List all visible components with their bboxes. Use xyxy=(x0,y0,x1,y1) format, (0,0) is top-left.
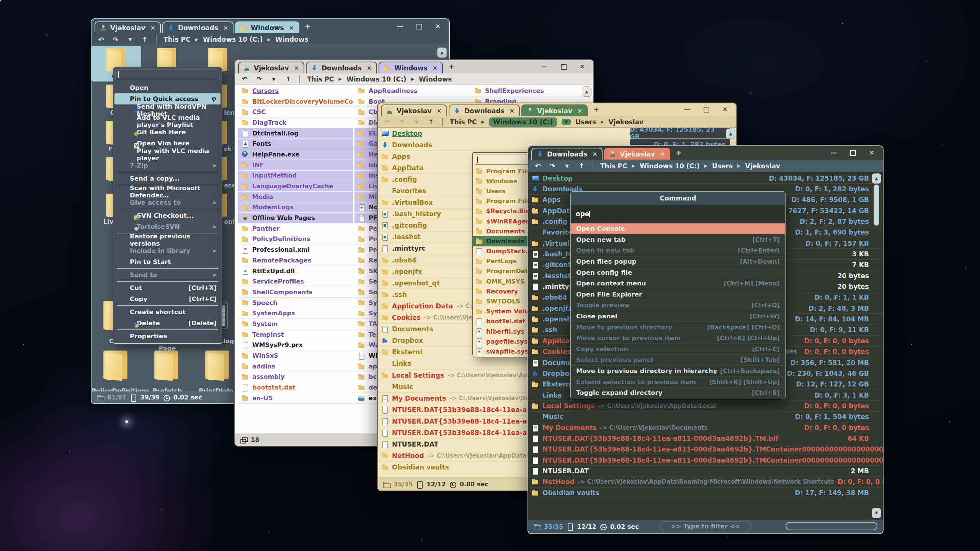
new-tab-button[interactable]: + xyxy=(305,22,311,31)
minimize-icon[interactable]: — xyxy=(541,63,548,70)
window4-tab-vjekoslav[interactable]: Vjekoslav× xyxy=(604,148,670,160)
file-row[interactable]: NTUSER.DAT2 MB xyxy=(528,466,883,476)
file-row[interactable]: WMSysPr9.prx xyxy=(238,340,353,351)
menu-item-open[interactable]: Open xyxy=(114,82,220,93)
menu-item-scan-with-microsoft-defender[interactable]: Scan with Microsoft Defender... xyxy=(114,186,220,197)
file-row[interactable]: LanguageOverlayCache xyxy=(238,181,353,192)
file-row[interactable]: NetHood-> C:\Users\Vjekoslav\AppData\Roa… xyxy=(528,477,883,487)
filter-input[interactable]: >> Type to filter << xyxy=(660,521,751,531)
history-dropdown-icon[interactable]: ▼ xyxy=(270,77,278,82)
file-row[interactable]: INF xyxy=(238,160,353,171)
file-row[interactable]: CSC xyxy=(238,107,353,117)
file-row[interactable]: Local Settings-> C:\Users\Vjekoslav\AppD… xyxy=(528,401,883,411)
maximize-icon[interactable] xyxy=(850,150,856,156)
window4-tab-downloads[interactable]: Downloads× xyxy=(531,148,603,160)
breadcrumb-item[interactable]: This PC xyxy=(307,75,334,83)
file-row[interactable]: DesktopD: 43034, F: 125185, 23 GB xyxy=(528,173,883,184)
file-row[interactable]: System xyxy=(238,319,353,329)
file-row[interactable]: InputMethod xyxy=(238,171,353,181)
breadcrumb-item[interactable]: Windows xyxy=(275,36,308,43)
menu-item-include-in-library[interactable]: Include in library▶ xyxy=(114,245,220,256)
breadcrumb-item[interactable]: Windows xyxy=(419,75,452,83)
palette-item-select-previous-panel[interactable]: Select previous panel[Shift+Tab] xyxy=(571,355,785,366)
breadcrumb-item[interactable]: This PC xyxy=(450,118,477,126)
file-row[interactable]: MusicD: 0, F: 1, 504 bytes xyxy=(528,412,883,422)
window3-titlebar[interactable]: Vjekoslav×Downloads×Vjekoslav×+ — ✕ xyxy=(378,103,736,116)
redo-icon[interactable]: ↷ xyxy=(548,162,557,170)
palette-item-move-cursor-to-previous-item[interactable]: Move cursor to previous item[Ctrl+K] [Ct… xyxy=(571,333,785,344)
window2-tab-vjekoslav[interactable]: Vjekoslav× xyxy=(238,62,304,73)
new-tab-button[interactable]: + xyxy=(593,105,599,114)
close-icon[interactable]: ✕ xyxy=(722,106,728,113)
palette-item-toggle-expand-directory[interactable]: Toggle expand directory[Ctrl+B] xyxy=(571,388,785,399)
up-directory-icon[interactable]: ↑ xyxy=(577,162,586,170)
tab-close-icon[interactable]: × xyxy=(367,64,372,72)
palette-item-open-new-tab[interactable]: Open new tab[Ctrl+T] xyxy=(571,235,785,246)
window4-titlebar[interactable]: Downloads×Vjekoslav×+ — ✕ xyxy=(528,146,883,160)
file-row[interactable]: RemotePackages xyxy=(238,255,353,266)
history-dropdown-icon[interactable]: ▼ xyxy=(412,119,421,125)
tab-close-icon[interactable]: × xyxy=(437,107,442,114)
window3-tab-downloads[interactable]: Downloads× xyxy=(449,104,520,116)
scrollbar-thumb[interactable] xyxy=(874,184,879,226)
tab-close-icon[interactable]: × xyxy=(223,24,228,31)
file-row[interactable]: TempInst xyxy=(238,329,353,340)
menu-item-properties[interactable]: Properties xyxy=(114,331,220,342)
grid-item[interactable]: Prefetch xyxy=(142,348,192,384)
menu-item-7-zip[interactable]: 7-Zip▶ xyxy=(114,160,220,171)
tab-close-icon[interactable]: × xyxy=(150,24,155,31)
breadcrumb-item[interactable]: This PC xyxy=(163,36,191,43)
history-dropdown-icon[interactable]: ▼ xyxy=(563,163,571,169)
menu-item-add-to-vlc-media-player-s-playlist[interactable]: Add to VLC media player's Playlist xyxy=(114,116,220,127)
menu-item-restore-previous-versions[interactable]: Restore previous versions xyxy=(114,234,220,245)
file-row[interactable]: Fonts xyxy=(238,139,353,149)
file-row[interactable]: NTUSER.DAT{53b39e88-18c4-11ea-a811-000d3… xyxy=(528,444,883,455)
tab-close-icon[interactable]: × xyxy=(289,24,294,31)
file-row[interactable]: DiagTrack xyxy=(238,117,353,128)
menu-item-delete[interactable]: Delete[Delete] xyxy=(114,318,220,329)
undo-icon[interactable]: ↶ xyxy=(534,162,542,170)
menu-item-give-access-to[interactable]: Give access to▶ xyxy=(114,197,220,208)
menu-item-send-a-copy[interactable]: Send a copy... xyxy=(114,173,220,184)
file-row[interactable]: bootstat.dat xyxy=(238,382,353,393)
tab-close-icon[interactable]: × xyxy=(660,150,665,158)
palette-item-toggle-preview[interactable]: Toggle preview[Ctrl+Q] xyxy=(571,300,785,311)
file-row[interactable]: Media xyxy=(238,192,353,202)
menu-item-play-with-vlc-media-player[interactable]: Play with VLC media player xyxy=(114,149,220,160)
window1-tab-downloads[interactable]: Downloads× xyxy=(162,21,234,33)
scroll-up-icon[interactable]: ▲ xyxy=(726,129,735,139)
palette-item-extend-selection-to-previous-item[interactable]: Extend selection to previous item[Shift+… xyxy=(571,377,785,388)
file-row[interactable]: RtlExUpd.dll xyxy=(238,266,353,277)
menu-item-copy[interactable]: Copy[Ctrl+C] xyxy=(114,293,220,305)
up-directory-icon[interactable]: ↑ xyxy=(140,36,149,44)
up-directory-icon[interactable]: ↑ xyxy=(284,75,292,83)
menu-item-svn-checkout[interactable]: SVN Checkout... xyxy=(114,210,220,221)
breadcrumb-item[interactable]: Windows 10 (C:) xyxy=(489,117,557,127)
file-row[interactable]: AppReadiness xyxy=(354,86,469,96)
undo-icon[interactable]: ↶ xyxy=(383,118,392,126)
file-row[interactable]: assembly xyxy=(238,372,353,383)
window3-tab-vjekoslav[interactable]: Vjekoslav× xyxy=(521,104,588,116)
window1-titlebar[interactable]: Vjekoslav×Downloads×Windows×+ — ✕ xyxy=(91,19,449,33)
scroll-up-icon[interactable]: ▲ xyxy=(582,86,591,97)
palette-item-open-console[interactable]: Open Console xyxy=(571,223,785,235)
palette-item-open-files-popup[interactable]: Open files popup[Alt+Down] xyxy=(571,256,785,267)
redo-icon[interactable]: ↷ xyxy=(398,118,406,126)
minimize-icon[interactable]: — xyxy=(684,106,691,113)
history-dropdown-icon[interactable]: ▼ xyxy=(126,37,134,42)
file-row[interactable]: ShellExperiences xyxy=(471,86,586,96)
file-row[interactable]: Speech xyxy=(238,298,353,308)
tab-close-icon[interactable]: × xyxy=(577,107,582,114)
breadcrumb-item[interactable]: Users xyxy=(575,118,596,126)
file-row[interactable]: HelpPane.exe xyxy=(238,149,353,160)
tab-close-icon[interactable]: × xyxy=(592,150,597,158)
file-row[interactable]: ModemLogs xyxy=(238,202,353,213)
palette-item-move-to-previous-directory-in-hierarchy[interactable]: Move to previous directory in hierarchy[… xyxy=(571,366,785,377)
window2-tab-windows[interactable]: Windows× xyxy=(379,62,443,73)
file-row[interactable]: Offline Web Pages xyxy=(238,213,353,223)
palette-item-open-file-explorer[interactable]: Open File Explorer xyxy=(571,289,785,300)
maximize-icon[interactable] xyxy=(561,64,567,70)
window3-tab-vjekoslav[interactable]: Vjekoslav× xyxy=(381,104,447,116)
scroll-up-icon[interactable]: ▲ xyxy=(872,173,881,184)
redo-icon[interactable]: ↷ xyxy=(255,75,263,83)
